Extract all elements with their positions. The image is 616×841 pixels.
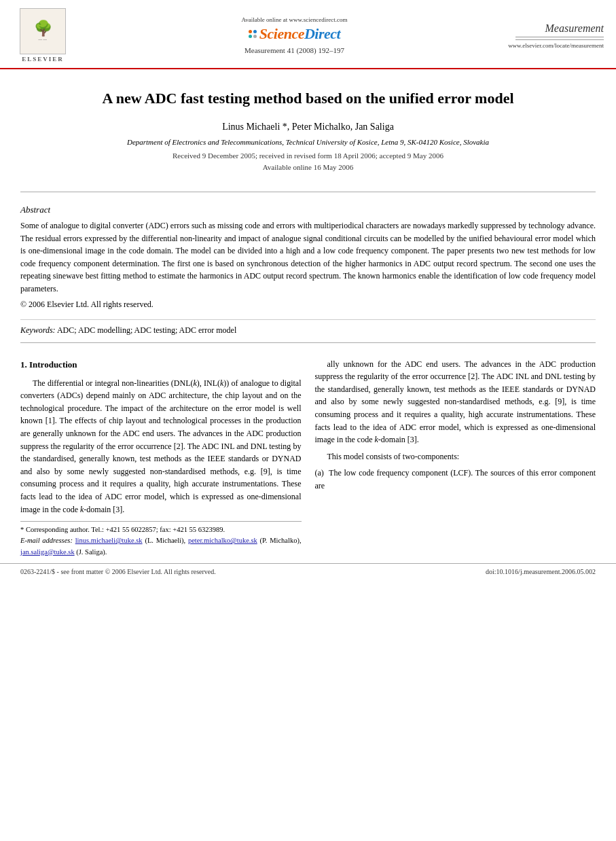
measurement-journal-name: Measurement bbox=[515, 22, 604, 37]
sciencedirect-text: ScienceDirect bbox=[259, 25, 340, 43]
abstract-keywords-divider bbox=[20, 319, 596, 320]
header-divider bbox=[515, 39, 604, 40]
keywords-body-divider bbox=[20, 342, 596, 343]
intro-continuation: ally unknown for the ADC end users. The … bbox=[315, 358, 596, 446]
sd-dots-icon bbox=[249, 30, 257, 38]
available-online-date: Available online 16 May 2006 bbox=[34, 162, 582, 174]
abstract-label: Abstract bbox=[20, 204, 596, 215]
section1-heading: 1. Introduction bbox=[20, 358, 302, 372]
email1-person: (L. Michaeli), bbox=[145, 537, 185, 544]
sd-dot-2 bbox=[253, 30, 257, 33]
received-date: Received 9 December 2005; received in re… bbox=[34, 150, 582, 162]
footnotes: * Corresponding author. Tel.: +421 55 60… bbox=[20, 521, 302, 558]
journal-info: Measurement 41 (2008) 192–197 bbox=[244, 46, 344, 54]
page-header: 🌳 ⸻⸻ ELSEVIER Available online at www.sc… bbox=[0, 0, 616, 69]
email3-person: (J. Saliga). bbox=[76, 548, 107, 556]
sciencedirect-logo: ScienceDirect bbox=[249, 25, 340, 43]
email2-link[interactable]: peter.michalko@tuke.sk bbox=[188, 537, 257, 544]
intro-para-1: The differential or integral non-lineari… bbox=[20, 377, 302, 516]
abstract-section: Abstract Some of analogue to digital con… bbox=[20, 199, 596, 314]
email-label: E-mail addresses: bbox=[20, 537, 73, 544]
copyright: © 2006 Elsevier Ltd. All rights reserved… bbox=[20, 300, 596, 310]
model-intro: This model consists of two-components: bbox=[315, 450, 596, 463]
keywords-label: Keywords: bbox=[20, 325, 56, 335]
keywords-text: ADC; ADC modelling; ADC testing; ADC err… bbox=[57, 325, 236, 335]
title-divider bbox=[20, 192, 596, 192]
email1-link[interactable]: linus.michaeli@tuke.sk bbox=[75, 537, 143, 544]
elsevier-text: ELSEVIER bbox=[22, 56, 64, 62]
right-column: ally unknown for the ADC end users. The … bbox=[315, 358, 596, 558]
email3-link[interactable]: jan.saliga@tuke.sk bbox=[20, 548, 75, 556]
body-columns: 1. Introduction The differential or inte… bbox=[20, 350, 596, 558]
paper-title: A new ADC fast testing method based on t… bbox=[34, 88, 582, 109]
affiliation: Department of Electronics and Telecommun… bbox=[34, 138, 582, 146]
journal-url: www.elsevier.com/locate/measurement bbox=[508, 42, 604, 49]
sd-dot-1 bbox=[249, 30, 252, 33]
doi-text: doi:10.1016/j.measurement.2006.05.002 bbox=[486, 568, 596, 575]
sciencedirect-header: Available online at www.sciencedirect.co… bbox=[73, 16, 515, 54]
left-column: 1. Introduction The differential or inte… bbox=[20, 358, 302, 558]
keywords: Keywords: ADC; ADC modelling; ADC testin… bbox=[20, 325, 596, 336]
footnote-emails: E-mail addresses: linus.michaeli@tuke.sk… bbox=[20, 535, 302, 558]
elsevier-logo-box: 🌳 ⸻⸻ bbox=[20, 8, 66, 54]
issn-text: 0263-2241/$ - see front matter © 2006 El… bbox=[20, 568, 216, 575]
footnote-corresponding: * Corresponding author. Tel.: +421 55 60… bbox=[20, 524, 302, 535]
main-content: A new ADC fast testing method based on t… bbox=[0, 69, 616, 558]
sd-dot-4 bbox=[253, 35, 257, 38]
title-section: A new ADC fast testing method based on t… bbox=[20, 69, 596, 185]
elsevier-logo: 🌳 ⸻⸻ ELSEVIER bbox=[12, 8, 73, 62]
email2-person: (P. Michalko), bbox=[260, 537, 302, 544]
available-online-text: Available online at www.sciencedirect.co… bbox=[242, 16, 348, 23]
sd-dot-3 bbox=[249, 35, 252, 38]
elsevier-tree-icon: 🌳 bbox=[34, 21, 52, 36]
abstract-text: Some of analogue to digital converter (A… bbox=[20, 219, 596, 296]
footnote-corresponding-text: * Corresponding author. Tel.: +421 55 60… bbox=[20, 526, 225, 533]
measurement-journal-header: Measurement www.elsevier.com/locate/meas… bbox=[515, 22, 604, 49]
component-a: (a) The low code frequency component (LC… bbox=[315, 467, 596, 492]
bottom-bar: 0263-2241/$ - see front matter © 2006 El… bbox=[0, 563, 616, 578]
authors: Linus Michaeli *, Peter Michalko, Jan Sa… bbox=[34, 122, 582, 132]
